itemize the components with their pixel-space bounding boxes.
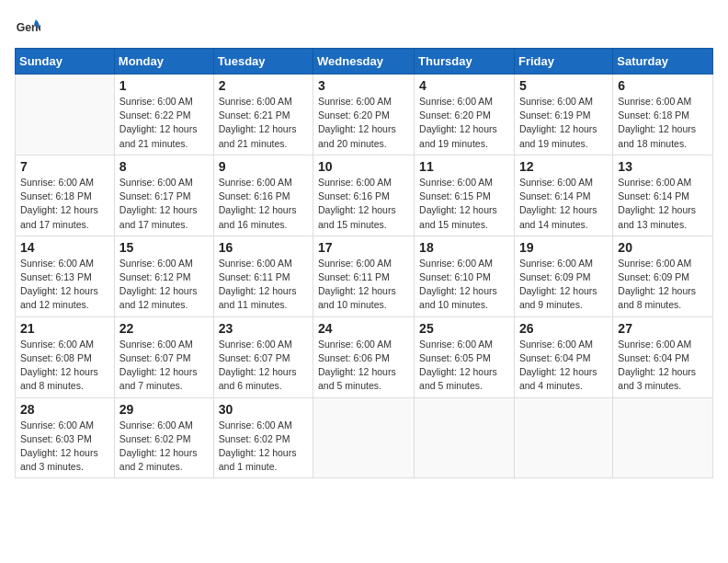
calendar-cell: 12Sunrise: 6:00 AM Sunset: 6:14 PM Dayli… <box>514 155 612 236</box>
calendar-cell: 7Sunrise: 6:00 AM Sunset: 6:18 PM Daylig… <box>16 155 115 236</box>
day-number: 15 <box>119 240 209 255</box>
day-number: 2 <box>219 78 308 93</box>
day-number: 12 <box>519 159 608 174</box>
day-info: Sunrise: 6:00 AM Sunset: 6:14 PM Dayligh… <box>519 176 608 232</box>
calendar-header-friday: Friday <box>514 49 612 75</box>
day-number: 6 <box>618 78 708 93</box>
calendar-cell: 2Sunrise: 6:00 AM Sunset: 6:21 PM Daylig… <box>213 75 313 155</box>
calendar-cell <box>514 397 612 478</box>
calendar-cell <box>415 397 515 478</box>
calendar-cell: 4Sunrise: 6:00 AM Sunset: 6:20 PM Daylig… <box>415 75 515 155</box>
day-info: Sunrise: 6:00 AM Sunset: 6:13 PM Dayligh… <box>20 257 109 313</box>
day-info: Sunrise: 6:00 AM Sunset: 6:20 PM Dayligh… <box>318 95 409 151</box>
day-number: 16 <box>219 240 308 255</box>
day-info: Sunrise: 6:00 AM Sunset: 6:05 PM Dayligh… <box>419 338 509 394</box>
calendar-cell: 5Sunrise: 6:00 AM Sunset: 6:19 PM Daylig… <box>514 75 612 155</box>
calendar-cell: 1Sunrise: 6:00 AM Sunset: 6:22 PM Daylig… <box>114 75 213 155</box>
calendar-cell: 29Sunrise: 6:00 AM Sunset: 6:02 PM Dayli… <box>114 397 213 478</box>
day-info: Sunrise: 6:00 AM Sunset: 6:14 PM Dayligh… <box>618 176 708 232</box>
day-number: 10 <box>318 159 409 174</box>
calendar-cell: 26Sunrise: 6:00 AM Sunset: 6:04 PM Dayli… <box>514 316 612 397</box>
day-number: 8 <box>119 159 209 174</box>
calendar-week-row: 21Sunrise: 6:00 AM Sunset: 6:08 PM Dayli… <box>16 316 713 397</box>
day-number: 23 <box>219 321 308 336</box>
calendar-cell: 13Sunrise: 6:00 AM Sunset: 6:14 PM Dayli… <box>613 155 713 236</box>
calendar: SundayMondayTuesdayWednesdayThursdayFrid… <box>15 48 713 478</box>
day-info: Sunrise: 6:00 AM Sunset: 6:04 PM Dayligh… <box>618 338 708 394</box>
day-number: 24 <box>318 321 409 336</box>
day-info: Sunrise: 6:00 AM Sunset: 6:03 PM Dayligh… <box>20 419 109 475</box>
day-number: 3 <box>318 78 409 93</box>
day-info: Sunrise: 6:00 AM Sunset: 6:20 PM Dayligh… <box>419 95 509 151</box>
calendar-cell <box>613 397 713 478</box>
day-info: Sunrise: 6:00 AM Sunset: 6:16 PM Dayligh… <box>318 176 409 232</box>
page-header: General <box>15 15 713 40</box>
calendar-cell: 21Sunrise: 6:00 AM Sunset: 6:08 PM Dayli… <box>16 316 115 397</box>
calendar-header-thursday: Thursday <box>415 49 515 75</box>
day-info: Sunrise: 6:00 AM Sunset: 6:11 PM Dayligh… <box>219 257 308 313</box>
calendar-cell: 14Sunrise: 6:00 AM Sunset: 6:13 PM Dayli… <box>16 236 115 316</box>
calendar-cell <box>16 75 115 155</box>
day-number: 4 <box>419 78 509 93</box>
calendar-cell: 20Sunrise: 6:00 AM Sunset: 6:09 PM Dayli… <box>613 236 713 316</box>
day-info: Sunrise: 6:00 AM Sunset: 6:07 PM Dayligh… <box>219 338 308 394</box>
calendar-cell: 22Sunrise: 6:00 AM Sunset: 6:07 PM Dayli… <box>114 316 213 397</box>
calendar-cell: 9Sunrise: 6:00 AM Sunset: 6:16 PM Daylig… <box>213 155 313 236</box>
calendar-cell: 25Sunrise: 6:00 AM Sunset: 6:05 PM Dayli… <box>415 316 515 397</box>
day-number: 27 <box>618 321 708 336</box>
calendar-cell: 18Sunrise: 6:00 AM Sunset: 6:10 PM Dayli… <box>415 236 515 316</box>
calendar-cell: 3Sunrise: 6:00 AM Sunset: 6:20 PM Daylig… <box>313 75 415 155</box>
calendar-header-sunday: Sunday <box>16 49 115 75</box>
calendar-cell: 23Sunrise: 6:00 AM Sunset: 6:07 PM Dayli… <box>213 316 313 397</box>
day-info: Sunrise: 6:00 AM Sunset: 6:09 PM Dayligh… <box>519 257 608 313</box>
day-info: Sunrise: 6:00 AM Sunset: 6:17 PM Dayligh… <box>119 176 209 232</box>
calendar-cell: 10Sunrise: 6:00 AM Sunset: 6:16 PM Dayli… <box>313 155 415 236</box>
day-number: 9 <box>219 159 308 174</box>
day-number: 26 <box>519 321 608 336</box>
calendar-cell: 17Sunrise: 6:00 AM Sunset: 6:11 PM Dayli… <box>313 236 415 316</box>
day-number: 22 <box>119 321 209 336</box>
calendar-cell: 27Sunrise: 6:00 AM Sunset: 6:04 PM Dayli… <box>613 316 713 397</box>
day-number: 30 <box>219 402 308 417</box>
day-info: Sunrise: 6:00 AM Sunset: 6:06 PM Dayligh… <box>318 338 409 394</box>
calendar-week-row: 7Sunrise: 6:00 AM Sunset: 6:18 PM Daylig… <box>16 155 713 236</box>
day-number: 28 <box>20 402 109 417</box>
day-info: Sunrise: 6:00 AM Sunset: 6:04 PM Dayligh… <box>519 338 608 394</box>
calendar-cell: 19Sunrise: 6:00 AM Sunset: 6:09 PM Dayli… <box>514 236 612 316</box>
day-number: 5 <box>519 78 608 93</box>
day-info: Sunrise: 6:00 AM Sunset: 6:19 PM Dayligh… <box>519 95 608 151</box>
day-number: 11 <box>419 159 509 174</box>
calendar-week-row: 1Sunrise: 6:00 AM Sunset: 6:22 PM Daylig… <box>16 75 713 155</box>
calendar-header-tuesday: Tuesday <box>213 49 313 75</box>
day-number: 19 <box>519 240 608 255</box>
day-number: 17 <box>318 240 409 255</box>
calendar-cell <box>313 397 415 478</box>
day-number: 14 <box>20 240 109 255</box>
calendar-cell: 30Sunrise: 6:00 AM Sunset: 6:02 PM Dayli… <box>213 397 313 478</box>
calendar-cell: 24Sunrise: 6:00 AM Sunset: 6:06 PM Dayli… <box>313 316 415 397</box>
calendar-header-monday: Monday <box>114 49 213 75</box>
calendar-cell: 11Sunrise: 6:00 AM Sunset: 6:15 PM Dayli… <box>415 155 515 236</box>
day-number: 13 <box>618 159 708 174</box>
day-number: 29 <box>119 402 209 417</box>
calendar-header-wednesday: Wednesday <box>313 49 415 75</box>
calendar-cell: 15Sunrise: 6:00 AM Sunset: 6:12 PM Dayli… <box>114 236 213 316</box>
day-number: 7 <box>20 159 109 174</box>
day-number: 21 <box>20 321 109 336</box>
calendar-cell: 8Sunrise: 6:00 AM Sunset: 6:17 PM Daylig… <box>114 155 213 236</box>
calendar-cell: 16Sunrise: 6:00 AM Sunset: 6:11 PM Dayli… <box>213 236 313 316</box>
day-number: 20 <box>618 240 708 255</box>
calendar-week-row: 14Sunrise: 6:00 AM Sunset: 6:13 PM Dayli… <box>16 236 713 316</box>
day-info: Sunrise: 6:00 AM Sunset: 6:02 PM Dayligh… <box>219 419 308 475</box>
day-info: Sunrise: 6:00 AM Sunset: 6:08 PM Dayligh… <box>20 338 109 394</box>
day-info: Sunrise: 6:00 AM Sunset: 6:02 PM Dayligh… <box>119 419 209 475</box>
day-number: 25 <box>419 321 509 336</box>
day-info: Sunrise: 6:00 AM Sunset: 6:22 PM Dayligh… <box>119 95 209 151</box>
calendar-cell: 6Sunrise: 6:00 AM Sunset: 6:18 PM Daylig… <box>613 75 713 155</box>
day-info: Sunrise: 6:00 AM Sunset: 6:15 PM Dayligh… <box>419 176 509 232</box>
logo-icon: General <box>15 15 40 40</box>
day-info: Sunrise: 6:00 AM Sunset: 6:21 PM Dayligh… <box>219 95 308 151</box>
day-info: Sunrise: 6:00 AM Sunset: 6:16 PM Dayligh… <box>219 176 308 232</box>
day-info: Sunrise: 6:00 AM Sunset: 6:09 PM Dayligh… <box>618 257 708 313</box>
day-info: Sunrise: 6:00 AM Sunset: 6:10 PM Dayligh… <box>419 257 509 313</box>
